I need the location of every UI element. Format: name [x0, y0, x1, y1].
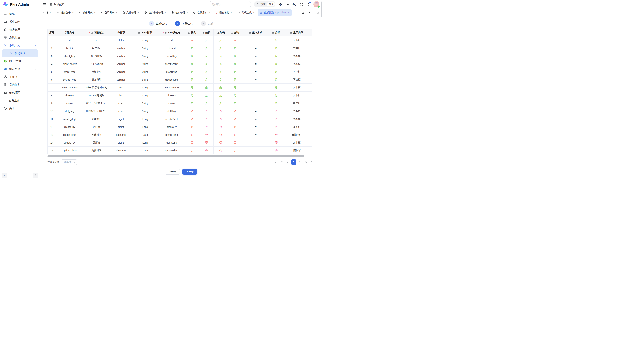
current-page-button[interactable]: 1: [291, 159, 296, 165]
cell[interactable]: 是: [199, 36, 214, 44]
cell[interactable]: updateBy: [158, 139, 185, 147]
refresh-icon[interactable]: [300, 9, 306, 16]
cell[interactable]: 是: [270, 52, 283, 60]
cell[interactable]: 是: [228, 76, 242, 84]
cell[interactable]: 是: [199, 44, 214, 52]
cell[interactable]: String: [132, 68, 158, 76]
cell[interactable]: [310, 131, 312, 139]
cell[interactable]: token活跃超时时间: [83, 84, 110, 91]
step-finish[interactable]: 3 完成: [201, 21, 213, 26]
cell[interactable]: 文本框: [283, 84, 310, 91]
cell[interactable]: 否: [214, 107, 228, 115]
cell[interactable]: 是: [214, 76, 228, 84]
next-step-button[interactable]: 下一步: [182, 169, 197, 175]
cell[interactable]: 否: [228, 36, 242, 44]
page-size-select[interactable]: 20条/页: [62, 159, 76, 165]
cell[interactable]: String: [132, 60, 158, 68]
sidebar-item-system-admin[interactable]: 系统管理: [2, 18, 38, 26]
sidebar-item-test-menu[interactable]: 测试菜单: [2, 65, 38, 73]
cell[interactable]: createBy: [158, 123, 185, 131]
cell[interactable]: 否: [270, 115, 283, 123]
cell[interactable]: 是: [270, 68, 283, 76]
tab-clipped[interactable]: ×: [47, 9, 54, 16]
cell[interactable]: 否: [228, 147, 242, 154]
cell[interactable]: clientSecret: [158, 60, 185, 68]
cell[interactable]: 是: [228, 44, 242, 52]
cell[interactable]: [310, 84, 312, 91]
cell[interactable]: 否: [270, 139, 283, 147]
cell[interactable]: 是: [228, 68, 242, 76]
cell[interactable]: 是: [214, 91, 228, 99]
sidebar-item-system-tools[interactable]: 系统工具: [2, 41, 38, 49]
cell[interactable]: 是: [199, 68, 214, 76]
avatar[interactable]: [314, 1, 320, 7]
cell[interactable]: 是: [270, 60, 283, 68]
cell[interactable]: =: [242, 91, 270, 99]
cell[interactable]: 是: [214, 36, 228, 44]
cell[interactable]: 是: [228, 52, 242, 60]
cell[interactable]: 日期控件: [283, 131, 310, 139]
cell[interactable]: 否: [185, 115, 199, 123]
cell[interactable]: 是: [228, 60, 242, 68]
cell[interactable]: [310, 147, 312, 154]
cell[interactable]: [310, 99, 312, 107]
vertical-scrollbar-thumb[interactable]: [321, 1, 322, 17]
close-icon[interactable]: ×: [94, 11, 96, 14]
cell[interactable]: 否: [185, 139, 199, 147]
cell[interactable]: 否: [199, 107, 214, 115]
cell[interactable]: 否: [199, 123, 214, 131]
cell[interactable]: 是: [185, 84, 199, 91]
cell[interactable]: 是: [185, 44, 199, 52]
cell[interactable]: =: [242, 44, 270, 52]
cell[interactable]: 客户端id: [83, 44, 110, 52]
sidebar-item-about[interactable]: 关于: [2, 104, 38, 112]
cell[interactable]: activeTimeout: [158, 84, 185, 91]
cell[interactable]: Date: [132, 131, 158, 139]
cell[interactable]: 是: [199, 99, 214, 107]
step-generate-info[interactable]: ✓ 生成信息: [149, 21, 167, 26]
step-field-info[interactable]: 2 字段信息: [175, 21, 193, 26]
cell[interactable]: 是: [214, 52, 228, 60]
cell[interactable]: 否: [228, 107, 242, 115]
cell[interactable]: Long: [132, 84, 158, 91]
close-icon[interactable]: ×: [187, 11, 188, 14]
cell[interactable]: String: [132, 44, 158, 52]
sidebar-item-code-gen[interactable]: 代码生成: [2, 49, 38, 57]
tab-tenant-pkg[interactable]: 租户套餐管理×: [142, 9, 169, 16]
cell[interactable]: 否: [199, 131, 214, 139]
tab-tenant-mgmt[interactable]: 租户管理×: [169, 9, 191, 16]
sidebar-item-tenant-admin[interactable]: 租户管理: [2, 26, 38, 34]
cell[interactable]: 是: [270, 44, 283, 52]
cell[interactable]: 否: [185, 147, 199, 154]
cell[interactable]: 否: [214, 147, 228, 154]
close-icon[interactable]: ×: [72, 11, 74, 14]
tab-code-gen[interactable]: 代码生成×: [235, 9, 257, 16]
cell[interactable]: 否: [228, 123, 242, 131]
tab-online-users[interactable]: 在线用户×: [191, 9, 213, 16]
cell[interactable]: 更新时间: [83, 147, 110, 154]
cell[interactable]: 否: [270, 131, 283, 139]
cell[interactable]: Long: [132, 115, 158, 123]
close-icon[interactable]: ×: [50, 11, 51, 14]
close-icon[interactable]: ×: [231, 11, 232, 14]
cell[interactable]: 设备类型: [83, 76, 110, 84]
cell[interactable]: updateTime: [158, 147, 185, 154]
cell[interactable]: 是: [270, 76, 283, 84]
cell[interactable]: 单选框: [283, 99, 310, 107]
cell[interactable]: 否: [185, 123, 199, 131]
prev-page-icon[interactable]: [285, 159, 290, 165]
cell[interactable]: [310, 52, 312, 60]
horizontal-scrollbar[interactable]: [48, 155, 312, 157]
close-icon[interactable]: ×: [253, 11, 255, 14]
close-icon[interactable]: ×: [116, 11, 118, 14]
tab-oper-log[interactable]: 操作日志×: [76, 9, 98, 16]
cell[interactable]: 是: [228, 91, 242, 99]
cell[interactable]: Date: [132, 147, 158, 154]
cell[interactable]: 否: [214, 131, 228, 139]
fullscreen-icon[interactable]: [300, 2, 304, 6]
cell[interactable]: =: [242, 99, 270, 107]
sidebar-item-workflow[interactable]: 工作流: [2, 73, 38, 81]
cell[interactable]: timeout: [158, 91, 185, 99]
cell[interactable]: =: [242, 52, 270, 60]
cell[interactable]: 是: [214, 60, 228, 68]
